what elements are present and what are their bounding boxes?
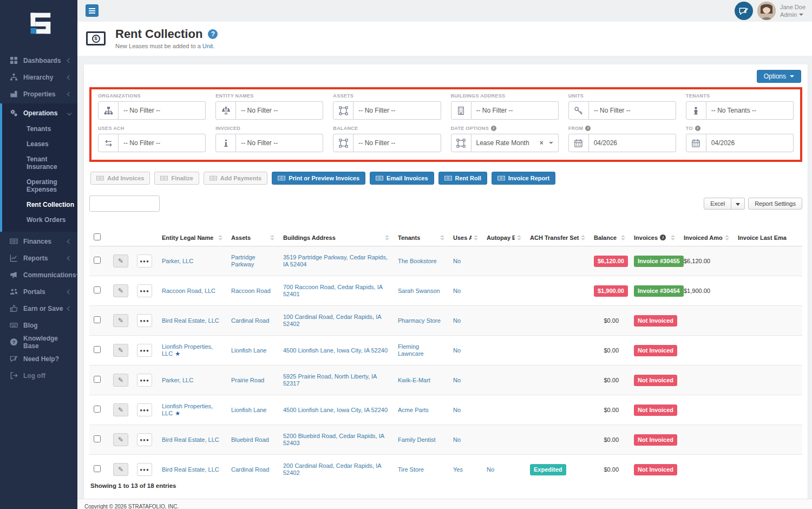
uses-ach-link[interactable]: No (453, 377, 461, 383)
column-header-balance[interactable]: Balance (590, 229, 630, 246)
uses-ach-link[interactable]: No (453, 288, 461, 294)
filter-buildings-address-input[interactable]: -- No Filter -- (472, 101, 559, 120)
tenant-link[interactable]: Sarah Swanson (398, 288, 440, 294)
user-role-menu[interactable]: Admin (780, 11, 806, 18)
tenant-link[interactable]: Fleming Lawncare (398, 343, 424, 357)
row-checkbox[interactable] (94, 435, 101, 442)
uses-ach-link[interactable]: No (453, 347, 461, 354)
asset-link[interactable]: Cardinal Road (231, 466, 269, 473)
row-checkbox[interactable] (94, 465, 101, 472)
sidebar-item-blog[interactable]: Blog (0, 317, 77, 334)
filter-date-options-input[interactable]: Lease Rate Month× (472, 134, 559, 152)
asset-link[interactable]: Bluebird Road (231, 436, 269, 443)
balance-badge[interactable]: $6,120.00 (594, 256, 628, 267)
column-header-buildings-address[interactable]: Buildings Address (279, 229, 394, 246)
entity-link[interactable]: Bird Real Estate, LLC (162, 466, 219, 473)
address-link[interactable]: 200 Cardinal Road, Cedar Rapids, IA 5240… (283, 462, 381, 476)
add-payments-button[interactable]: Add Payments (204, 172, 267, 185)
address-link[interactable]: 100 Cardinal Road, Cedar Rapids, IA 5240… (283, 314, 381, 327)
sidebar-item-finances[interactable]: Finances (0, 233, 77, 250)
asset-link[interactable]: Lionfish Lane (231, 407, 266, 413)
not-invoiced-badge[interactable]: Not Invoiced (634, 315, 677, 327)
more-actions-button[interactable]: ●●● (137, 403, 152, 416)
more-actions-button[interactable]: ●●● (137, 463, 152, 476)
feedback-icon[interactable] (735, 2, 753, 20)
asset-link[interactable]: Lionfish Lane (231, 347, 266, 354)
more-actions-button[interactable]: ●●● (137, 374, 152, 387)
filter-organizations-input[interactable]: -- No Filter -- (119, 101, 206, 120)
row-checkbox[interactable] (94, 316, 101, 323)
sidebar-item-leases[interactable]: Leases (2, 136, 77, 152)
tenant-link[interactable]: Kwik-E-Mart (398, 377, 430, 383)
print-or-preview-invoices-button[interactable]: Print or Preview Invoices (272, 172, 365, 185)
options-button[interactable]: Options (757, 70, 801, 83)
more-actions-button[interactable]: ●●● (137, 314, 152, 327)
entity-link[interactable]: Lionfish Properties, LLC (162, 343, 213, 357)
asset-link[interactable]: Prairie Road (231, 377, 264, 383)
sidebar-item-rent-collection[interactable]: Rent Collection (2, 197, 77, 212)
sidebar-item-reports[interactable]: Reports (0, 250, 77, 266)
row-checkbox[interactable] (94, 257, 101, 264)
sidebar-item-knowledge-base[interactable]: ?Knowledge Base (0, 334, 77, 350)
column-header-assets[interactable]: Assets (227, 229, 279, 246)
not-invoiced-badge[interactable]: Not Invoiced (634, 404, 677, 416)
report-settings-button[interactable]: Report Settings (748, 198, 802, 210)
entity-link[interactable]: Bird Real Estate, LLC (162, 317, 219, 324)
autopay-link[interactable]: No (487, 466, 494, 473)
sidebar-item-tenants[interactable]: Tenants (2, 121, 77, 136)
sidebar-item-properties[interactable]: Properties (0, 86, 77, 102)
excel-export-caret-button[interactable] (731, 198, 745, 210)
column-header-invoices[interactable]: Invoicesi (630, 229, 679, 246)
column-header-uses-ach[interactable]: Uses ACH (449, 229, 482, 246)
filter-uses-ach-input[interactable]: -- No Filter -- (119, 134, 206, 152)
sidebar-item-portals[interactable]: Portals (0, 283, 77, 300)
row-checkbox[interactable] (94, 406, 101, 413)
sidebar-item-communications[interactable]: Communications (0, 266, 77, 283)
column-header-invoiced-amount[interactable]: Invoiced Amount (679, 229, 734, 246)
asset-link[interactable]: Partridge Parkway (231, 254, 256, 267)
rent-roll-button[interactable]: Rent Roll (438, 172, 487, 185)
edit-row-button[interactable]: ✎ (113, 463, 128, 476)
more-actions-button[interactable]: ●●● (137, 255, 152, 267)
menu-toggle-button[interactable] (86, 4, 99, 17)
filter-assets-input[interactable]: -- No Filter -- (353, 101, 441, 120)
sidebar-item-operating-expenses[interactable]: Operating Expenses (2, 174, 77, 197)
excel-export-button[interactable]: Excel (704, 198, 731, 210)
address-link[interactable]: 4500 Lionfish Lane, Iowa City, IA 52240 (283, 407, 388, 413)
uses-ach-link[interactable]: No (453, 317, 461, 324)
not-invoiced-badge[interactable]: Not Invoiced (634, 434, 677, 446)
select-all-checkbox[interactable] (94, 233, 101, 240)
asset-link[interactable]: Cardinal Road (231, 317, 269, 324)
help-icon[interactable]: ? (208, 29, 218, 39)
more-actions-button[interactable]: ●●● (137, 284, 152, 297)
tenant-link[interactable]: Acme Parts (398, 407, 429, 413)
not-invoiced-badge[interactable]: Not Invoiced (634, 375, 677, 386)
edit-row-button[interactable]: ✎ (113, 255, 128, 267)
balance-badge[interactable]: $1,900.00 (594, 285, 628, 297)
not-invoiced-badge[interactable]: Not Invoiced (634, 345, 677, 356)
uses-ach-link[interactable]: No (453, 436, 461, 443)
address-link[interactable]: 3519 Partridge Parkway, Cedar Rapids, IA… (283, 254, 388, 267)
filter-units-input[interactable]: -- No Filter -- (589, 101, 676, 120)
invoice-badge[interactable]: Invoice #30455 (634, 256, 684, 267)
filter-entity-names-input[interactable]: -- No Filter -- (236, 101, 323, 120)
row-checkbox[interactable] (94, 286, 101, 293)
column-header-tenants[interactable]: Tenants (394, 229, 449, 246)
tenant-link[interactable]: The Bookstore (398, 258, 437, 264)
address-link[interactable]: 5925 Prairie Road, North Liberty, IA 523… (283, 373, 377, 387)
address-link[interactable]: 4500 Lionfish Lane, Iowa City, IA 52240 (283, 347, 388, 354)
address-link[interactable]: 5200 Bluebird Road, Cedar Rapids, IA 524… (283, 433, 384, 446)
finalize-button[interactable]: Finalize (154, 172, 199, 185)
sidebar-item-work-orders[interactable]: Work Orders (2, 212, 77, 227)
entity-link[interactable]: Parker, LLC (162, 258, 193, 264)
chevron-down-icon[interactable] (549, 142, 553, 144)
uses-ach-link[interactable]: Yes (453, 466, 463, 473)
filter-to-input[interactable]: 04/2026 (706, 134, 794, 152)
clear-icon[interactable]: × (540, 139, 543, 147)
edit-row-button[interactable]: ✎ (113, 433, 128, 446)
filter-from-input[interactable]: 04/2026 (589, 134, 676, 152)
filter-invoiced-input[interactable]: -- No Filter -- (236, 134, 323, 152)
sidebar-item-need-help[interactable]: Need Help? (0, 350, 77, 367)
table-search-input[interactable] (89, 195, 160, 212)
row-checkbox[interactable] (94, 376, 101, 383)
